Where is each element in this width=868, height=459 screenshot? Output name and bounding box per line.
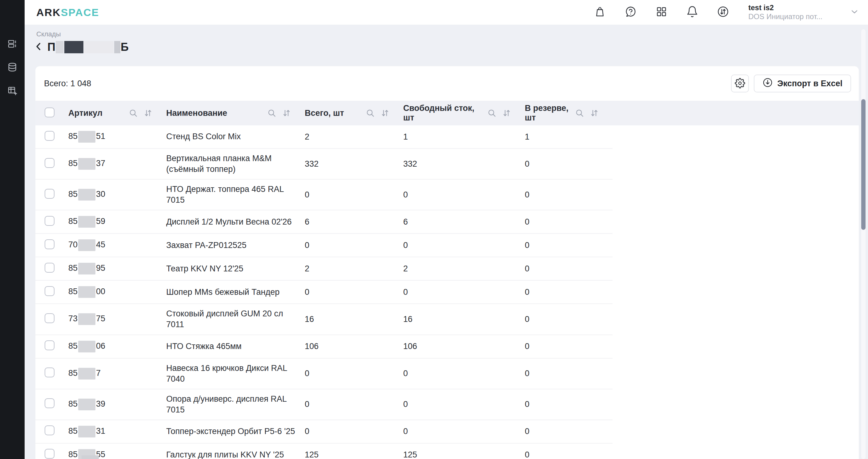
logo-ark: ARK: [36, 6, 61, 18]
redacted-text: [82, 455, 99, 459]
sku-cell: 7375: [68, 313, 166, 325]
table-row[interactable]: 8506 НТО Стяжка 465мм 106 106 0: [35, 335, 613, 358]
name-cell: Галстук для плиты KKV NY '25: [166, 445, 305, 459]
row-checkbox[interactable]: [44, 263, 55, 272]
topbar-icons: [594, 6, 729, 19]
table-row[interactable]: 8539 Опора д/универс. дисплея RAL 7015 0…: [35, 390, 613, 420]
basket-button[interactable]: [594, 6, 606, 19]
column-header-free-stock: Свободный сток, шт: [403, 104, 487, 123]
column-header-name: Наименование: [166, 109, 227, 118]
back-button[interactable]: [32, 41, 45, 54]
sort-icon[interactable]: [380, 109, 390, 118]
search-icon[interactable]: [487, 109, 496, 118]
reserved-cell: 1: [525, 132, 613, 142]
chevron-left-icon: [33, 41, 44, 53]
stock-table-card: Всего: 1 048 Экспорт в Excel: [35, 66, 859, 459]
search-icon[interactable]: [575, 109, 584, 118]
table-row[interactable]: 8595 Театр KKV NY 12'25 2 2 0: [35, 257, 613, 281]
table-row[interactable]: 8530 НТО Держат. топпера 465 RAL 7015 0 …: [35, 180, 613, 210]
redacted-text: [78, 131, 95, 143]
row-checkbox[interactable]: [44, 189, 55, 199]
row-checkbox[interactable]: [44, 449, 55, 459]
select-all-checkbox[interactable]: [44, 108, 55, 117]
table-row[interactable]: 8531 Топпер-экстендер Орбит P5-6 '25 0 0…: [35, 420, 613, 443]
search-icon[interactable]: [129, 109, 138, 118]
notifications-button[interactable]: [686, 6, 699, 19]
name-cell: Дисплей 1/2 Мульти Весна 02'26: [166, 212, 305, 232]
table-row[interactable]: 8559 Дисплей 1/2 Мульти Весна 02'26 6 6 …: [35, 210, 613, 234]
name-cell: Захват PA-ZP012525: [166, 236, 305, 255]
redacted-text: [84, 41, 114, 53]
row-checkbox[interactable]: [44, 398, 55, 408]
table-row[interactable]: 8537 Вертикальная планка M&M (съёмный то…: [35, 149, 613, 180]
total-cell: 125: [305, 450, 403, 459]
row-checkbox[interactable]: [44, 313, 55, 323]
transfer-arrows-icon: [717, 5, 729, 19]
row-checkbox[interactable]: [44, 131, 55, 141]
apps-grid-button[interactable]: [655, 6, 668, 19]
column-header-sku: Артикул: [68, 109, 102, 118]
table-row[interactable]: 8551 Стенд BS Color Mix 2 1 1: [35, 125, 613, 149]
free-stock-cell: 0: [403, 369, 525, 378]
reserved-cell: 0: [525, 264, 613, 274]
redacted-text: [78, 426, 95, 437]
transfers-button[interactable]: [717, 6, 729, 19]
redacted-text: [78, 368, 95, 379]
sort-icon[interactable]: [144, 109, 153, 118]
card-toolbar: Всего: 1 048 Экспорт в Excel: [35, 66, 859, 101]
vertical-scrollbar-thumb[interactable]: [861, 99, 866, 230]
apps-grid-icon: [655, 5, 668, 19]
total-cell: 332: [305, 159, 403, 169]
reserved-cell: 0: [525, 315, 613, 324]
redacted-text: [78, 341, 95, 352]
redacted-text: [64, 41, 84, 53]
reserved-cell: 0: [525, 240, 613, 250]
total-cell: 0: [305, 190, 403, 200]
bell-icon: [686, 5, 699, 19]
sort-icon[interactable]: [282, 109, 291, 118]
name-cell: Театр KKV NY 12'25: [166, 259, 305, 279]
user-name: test is2: [748, 3, 823, 12]
table-row[interactable]: 8555 Галстук для плиты KKV NY '25 125 12…: [35, 443, 613, 459]
row-checkbox[interactable]: [44, 158, 55, 168]
page-title-suffix: Б: [121, 41, 129, 54]
sku-cell: 8595: [68, 263, 166, 275]
row-checkbox[interactable]: [44, 216, 55, 226]
vertical-scrollbar-track[interactable]: [861, 29, 866, 459]
redacted-text: [78, 313, 95, 325]
help-button[interactable]: [624, 6, 637, 19]
free-stock-cell: 16: [403, 315, 525, 324]
sort-icon[interactable]: [590, 109, 599, 118]
search-icon[interactable]: [267, 109, 276, 118]
table-row[interactable]: 7045 Захват PA-ZP012525 0 0 0: [35, 234, 613, 257]
row-checkbox[interactable]: [44, 286, 55, 296]
row-checkbox[interactable]: [44, 239, 55, 249]
row-checkbox[interactable]: [44, 340, 55, 350]
search-icon[interactable]: [366, 109, 375, 118]
free-stock-cell: 1: [403, 132, 525, 142]
breadcrumb[interactable]: Склады: [36, 30, 61, 38]
table-row[interactable]: 7375 Стоковый дисплей GUM 20 сл 7011 16 …: [35, 304, 613, 335]
database-icon: [7, 62, 18, 74]
export-excel-button[interactable]: Экспорт в Excel: [754, 75, 851, 92]
table-row[interactable]: 8500 Шопер MMs бежевый Тандер 0 0 0: [35, 281, 613, 304]
row-checkbox[interactable]: [44, 368, 55, 377]
sort-icon[interactable]: [502, 109, 511, 118]
table-row[interactable]: 857 Навеска 16 крючков Дикси RAL 7040 0 …: [35, 358, 613, 390]
sidebar-item-database[interactable]: [7, 62, 18, 73]
row-checkbox[interactable]: [44, 425, 55, 435]
left-sidebar: [0, 0, 25, 459]
free-stock-cell: 332: [403, 159, 525, 169]
name-cell: Вертикальная планка M&M (съёмный топпер): [166, 149, 305, 179]
table-settings-button[interactable]: [731, 75, 749, 92]
table-header: Артикул Наименование Всего, шт: [35, 101, 859, 125]
app-logo: ARKSPACE: [36, 6, 99, 19]
sidebar-item-boards[interactable]: [7, 39, 18, 50]
board-views-icon: [7, 38, 18, 50]
user-role: DOS Инициатор пот...: [748, 12, 823, 21]
gear-icon: [735, 78, 745, 89]
user-menu[interactable]: test is2 DOS Инициатор пот...: [748, 3, 859, 21]
redacted-text: [78, 399, 95, 410]
sidebar-item-table-add[interactable]: [7, 86, 18, 97]
reserved-cell: 0: [525, 217, 613, 227]
